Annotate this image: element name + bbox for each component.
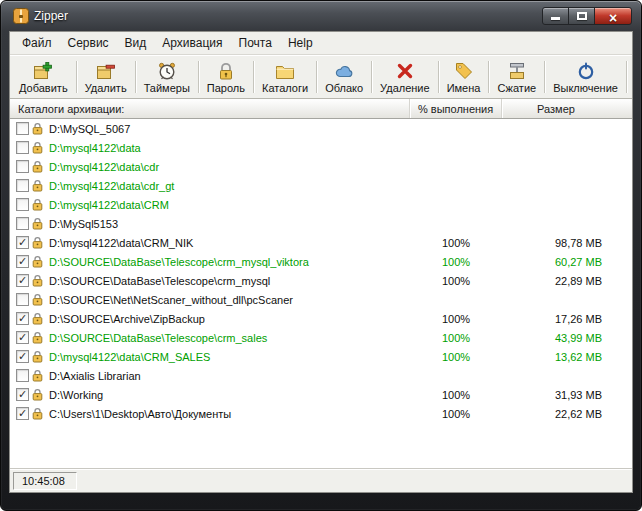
table-row[interactable]: D:\mysql4122\data\cdr_gt — [10, 176, 632, 195]
lock-icon — [32, 369, 44, 382]
toolbar-add-button[interactable]: Добавить — [12, 57, 75, 97]
lock-icon — [32, 293, 44, 306]
toolbar-button-label: Пароль — [207, 82, 245, 94]
row-checkbox[interactable] — [16, 217, 29, 230]
toolbar-separator — [488, 61, 489, 93]
list-header: Каталоги архивации: % выполнения Размер — [10, 99, 632, 119]
table-row[interactable]: D:\MySql5153 — [10, 214, 632, 233]
menu-mail[interactable]: Почта — [231, 33, 280, 53]
row-checkbox[interactable] — [16, 141, 29, 154]
toolbar-password-button[interactable]: Пароль — [200, 57, 252, 97]
toolbar-separator — [135, 61, 136, 93]
row-checkbox[interactable] — [16, 122, 29, 135]
maximize-button[interactable] — [568, 7, 595, 25]
toolbar-hide-button[interactable]: Ск — [628, 57, 632, 97]
column-header-size[interactable]: Размер — [502, 99, 632, 118]
toolbar-button-label: Удаление — [380, 82, 430, 94]
row-checkbox[interactable] — [16, 407, 29, 420]
menu-archiving[interactable]: Архивация — [154, 33, 230, 53]
delete-icon — [96, 61, 116, 81]
table-row[interactable]: D:\mysql4122\data\cdr — [10, 157, 632, 176]
row-path: D:\mysql4122\data — [49, 142, 410, 154]
menu-file[interactable]: Файл — [14, 33, 60, 53]
table-row[interactable]: D:\SOURCE\Net\NetScaner_without_dll\pcSc… — [10, 290, 632, 309]
row-percent: 100% — [410, 237, 502, 249]
toolbar-separator — [544, 61, 545, 93]
row-checkbox[interactable] — [16, 236, 29, 249]
row-checkbox[interactable] — [16, 312, 29, 325]
table-row[interactable]: D:\mysql4122\data\CRM_SALES100%13,62 MB — [10, 347, 632, 366]
row-percent: 100% — [410, 256, 502, 268]
toolbar-separator — [76, 61, 77, 93]
toolbar-separator — [438, 61, 439, 93]
table-row[interactable]: D:\MySQL_5067 — [10, 119, 632, 138]
row-size: 22,89 MB — [502, 275, 632, 287]
timers-icon — [157, 61, 177, 81]
row-checkbox[interactable] — [16, 198, 29, 211]
toolbar-removal-button[interactable]: Удаление — [373, 57, 437, 97]
minimize-icon — [551, 17, 560, 20]
column-header-folders[interactable]: Каталоги архивации: — [10, 99, 410, 118]
menu-view[interactable]: Вид — [117, 33, 155, 53]
row-path: D:\mysql4122\data\cdr — [49, 161, 410, 173]
toolbar-cloud-button[interactable]: Облако — [318, 57, 370, 97]
row-path: D:\SOURCE\DataBase\Telescope\crm_mysql_v… — [49, 256, 410, 268]
window-title: Zipper — [34, 9, 68, 23]
row-checkbox[interactable] — [16, 255, 29, 268]
table-row[interactable]: D:\SOURCE\DataBase\Telescope\crm_sales10… — [10, 328, 632, 347]
table-row[interactable]: D:\SOURCE\Archive\ZipBackup100%17,26 MB — [10, 309, 632, 328]
toolbar-shutdown-button[interactable]: Выключение — [546, 57, 625, 97]
table-row[interactable]: D:\mysql4122\data\CRM_NIK100%98,78 MB — [10, 233, 632, 252]
status-bar: 10:45:08 — [10, 468, 632, 492]
lock-icon — [32, 122, 44, 135]
close-icon — [609, 9, 617, 27]
toolbar-separator — [371, 61, 372, 93]
cloud-icon — [334, 61, 354, 81]
row-checkbox[interactable] — [16, 388, 29, 401]
table-row[interactable]: D:\SOURCE\DataBase\Telescope\crm_mysql10… — [10, 271, 632, 290]
row-checkbox[interactable] — [16, 369, 29, 382]
close-button[interactable] — [594, 7, 632, 25]
table-row[interactable]: D:\mysql4122\data\CRM — [10, 195, 632, 214]
menu-help[interactable]: Help — [280, 33, 321, 53]
row-path: D:\SOURCE\Archive\ZipBackup — [49, 313, 410, 325]
row-checkbox[interactable] — [16, 274, 29, 287]
toolbar-separator — [253, 61, 254, 93]
row-path: D:\mysql4122\data\CRM_NIK — [49, 237, 410, 249]
toolbar-names-button[interactable]: Имена — [440, 57, 488, 97]
add-icon — [33, 61, 53, 81]
toolbar-separator — [316, 61, 317, 93]
list-body: D:\MySQL_5067D:\mysql4122\dataD:\mysql41… — [10, 119, 632, 468]
menu-service[interactable]: Сервис — [60, 33, 117, 53]
toolbar-button-label: Имена — [447, 82, 481, 94]
row-path: D:\mysql4122\data\CRM — [49, 199, 410, 211]
row-checkbox[interactable] — [16, 179, 29, 192]
table-row[interactable]: D:\mysql4122\data — [10, 138, 632, 157]
toolbar: ДобавитьУдалитьТаймерыПарольКаталогиОбла… — [10, 55, 632, 99]
toolbar-timers-button[interactable]: Таймеры — [137, 57, 197, 97]
table-row[interactable]: D:\Axialis Librarian — [10, 366, 632, 385]
toolbar-separator — [626, 61, 627, 93]
row-checkbox[interactable] — [16, 331, 29, 344]
table-row[interactable]: D:\Working100%31,93 MB — [10, 385, 632, 404]
app-icon — [13, 8, 29, 24]
toolbar-compression-button[interactable]: Сжатие — [490, 57, 543, 97]
minimize-button[interactable] — [542, 7, 569, 25]
lock-icon — [32, 160, 44, 173]
row-checkbox[interactable] — [16, 160, 29, 173]
column-header-percent[interactable]: % выполнения — [410, 99, 502, 118]
folders-icon — [275, 61, 295, 81]
toolbar-folders-button[interactable]: Каталоги — [255, 57, 315, 97]
toolbar-delete-button[interactable]: Удалить — [78, 57, 134, 97]
table-row[interactable]: D:\SOURCE\DataBase\Telescope\crm_mysql_v… — [10, 252, 632, 271]
toolbar-button-label: Выключение — [553, 82, 618, 94]
row-checkbox[interactable] — [16, 293, 29, 306]
toolbar-button-label: Сжатие — [497, 82, 536, 94]
row-percent: 100% — [410, 275, 502, 287]
lock-icon — [32, 350, 44, 363]
row-percent: 100% — [410, 351, 502, 363]
table-row[interactable]: C:\Users\1\Desktop\Авто\Документы100%22,… — [10, 404, 632, 423]
row-path: C:\Users\1\Desktop\Авто\Документы — [49, 408, 410, 420]
row-checkbox[interactable] — [16, 350, 29, 363]
row-path: D:\MySql5153 — [49, 218, 410, 230]
